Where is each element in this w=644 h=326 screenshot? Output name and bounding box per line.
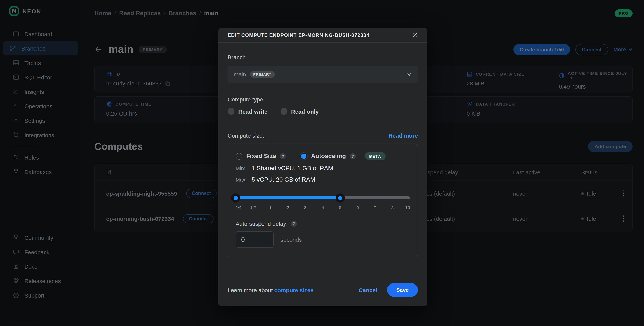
- radio-read-write[interactable]: Read-write: [228, 108, 268, 115]
- compute-type-options: Read-write Read-only: [228, 108, 418, 115]
- radio-fixed-size[interactable]: Fixed Size ?: [236, 153, 286, 160]
- compute-size-panel: Fixed Size ? Autoscaling ? BETA Min: 1 S…: [228, 144, 418, 257]
- modal-body: Branch main PRIMARY Compute type Read-wr…: [218, 42, 428, 283]
- slider-tick-labels: 1/4 1/2 1 2 3 4 5 6 7 8 10: [236, 205, 410, 210]
- radio-label: Fixed Size: [246, 153, 276, 160]
- max-label: Max:: [236, 177, 252, 182]
- modal-header: EDIT COMPUTE ENDPOINT EP-MORNING-BUSH-07…: [218, 28, 428, 42]
- tick-label: 8: [391, 205, 394, 210]
- auto-suspend-input[interactable]: [236, 231, 274, 248]
- close-icon[interactable]: [412, 32, 418, 38]
- modal-footer: Learn more about compute sizes Cancel Sa…: [218, 283, 428, 306]
- branch-select[interactable]: main PRIMARY: [228, 66, 418, 83]
- auto-suspend-input-row: seconds: [236, 231, 410, 248]
- tick-label: 7: [374, 205, 376, 210]
- auto-suspend-unit: seconds: [280, 236, 302, 243]
- branch-field-label: Branch: [228, 54, 418, 60]
- radio-read-only[interactable]: Read-only: [280, 108, 318, 115]
- branch-select-value: main: [234, 71, 246, 78]
- chevron-down-icon: [406, 72, 412, 77]
- tick-label: 2: [287, 205, 289, 210]
- help-icon[interactable]: ?: [291, 221, 297, 227]
- tick-label: 10: [405, 205, 410, 210]
- tick-label: 5: [339, 205, 341, 210]
- tick-label: 1: [269, 205, 272, 210]
- radio-label: Autoscaling: [311, 153, 346, 160]
- learn-more-prefix: Learn more about: [228, 287, 274, 293]
- beta-badge: BETA: [365, 152, 386, 160]
- max-value: 5 vCPU, 20 GB of RAM: [252, 176, 315, 183]
- compute-sizes-link[interactable]: compute sizes: [274, 287, 314, 293]
- compute-size-label: Compute size:: [228, 132, 264, 139]
- auto-suspend-label-row: Auto-suspend delay: ?: [236, 220, 410, 227]
- min-size-row: Min: 1 Shared vCPU, 1 GB of RAM: [236, 165, 410, 172]
- tick-label: 3: [304, 205, 306, 210]
- radio-icon-selected: [300, 153, 307, 160]
- help-icon[interactable]: ?: [350, 153, 356, 159]
- radio-icon: [228, 108, 234, 115]
- tick-label: 4: [322, 205, 324, 210]
- slider-fill: [236, 196, 340, 199]
- save-button[interactable]: Save: [387, 283, 418, 297]
- min-value: 1 Shared vCPU, 1 GB of RAM: [252, 165, 333, 172]
- cancel-button[interactable]: Cancel: [358, 287, 377, 293]
- learn-more-text: Learn more about compute sizes: [228, 287, 314, 293]
- slider-handle-min[interactable]: [231, 193, 240, 202]
- compute-size-slider[interactable]: [236, 194, 410, 202]
- tick-label: 6: [356, 205, 359, 210]
- tick-label: 1/2: [250, 205, 256, 210]
- slider-handle-max[interactable]: [336, 193, 345, 202]
- compute-type-label: Compute type: [228, 96, 418, 103]
- read-more-link[interactable]: Read more: [388, 132, 418, 139]
- help-icon[interactable]: ?: [280, 153, 286, 159]
- size-mode-options: Fixed Size ? Autoscaling ? BETA: [236, 152, 410, 160]
- modal-title: EDIT COMPUTE ENDPOINT EP-MORNING-BUSH-07…: [228, 32, 370, 38]
- primary-badge: PRIMARY: [250, 71, 275, 78]
- radio-autoscaling[interactable]: Autoscaling ?: [300, 153, 356, 160]
- min-label: Min:: [236, 165, 252, 171]
- radio-label: Read-only: [291, 108, 318, 115]
- auto-suspend-label: Auto-suspend delay:: [236, 220, 288, 227]
- edit-compute-endpoint-modal: EDIT COMPUTE ENDPOINT EP-MORNING-BUSH-07…: [218, 28, 428, 306]
- tick-label: 1/4: [236, 205, 242, 210]
- max-size-row: Max: 5 vCPU, 20 GB of RAM: [236, 176, 410, 183]
- radio-label: Read-write: [238, 108, 268, 115]
- radio-icon: [236, 153, 242, 160]
- radio-icon: [280, 108, 287, 115]
- compute-size-header: Compute size: Read more: [228, 132, 418, 139]
